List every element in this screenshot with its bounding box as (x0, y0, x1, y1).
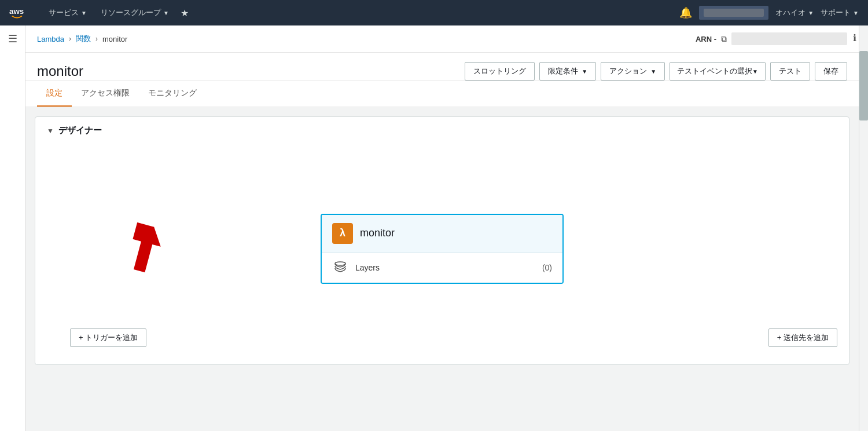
tab-access[interactable]: アクセス権限 (72, 81, 139, 107)
action-button[interactable]: アクション ▼ (601, 62, 665, 81)
test-event-select-label[interactable]: テストイベントの選択 ▼ (670, 63, 765, 80)
svg-text:aws: aws (9, 7, 24, 16)
lambda-function-card[interactable]: λ monitor (321, 214, 564, 284)
breadcrumb-bar: Lambda › 関数 › monitor ARN - ⧉ (25, 25, 859, 53)
add-trigger-container: + トリガーを追加 (70, 328, 146, 347)
breadcrumb-lambda[interactable]: Lambda (37, 35, 64, 43)
tabs-bar: 設定 アクセス権限 モニタリング (25, 81, 859, 107)
breadcrumb-sep-1: › (69, 35, 71, 43)
nav-region[interactable]: オハイオ ▼ (775, 8, 814, 18)
test-event-select[interactable]: テストイベントの選択 ▼ (670, 62, 766, 81)
layers-count: (0) (542, 263, 552, 272)
resource-groups-arrow-icon: ▼ (163, 10, 169, 16)
info-icon[interactable]: ℹ (853, 32, 856, 43)
breadcrumb-sep-2: › (95, 35, 98, 43)
arn-label: ARN - (696, 35, 716, 43)
services-arrow-icon: ▼ (81, 10, 87, 16)
support-arrow-icon: ▼ (853, 10, 859, 16)
arn-value (731, 32, 847, 45)
lambda-function-name: monitor (360, 227, 395, 239)
notification-bell-icon[interactable]: 🔔 (679, 6, 692, 19)
hamburger-icon[interactable]: ☰ (8, 32, 17, 45)
save-button[interactable]: 保存 (815, 62, 847, 81)
red-arrow-icon (122, 222, 168, 275)
designer-canvas: λ monitor (47, 162, 837, 335)
action-arrow-icon: ▼ (650, 68, 656, 75)
breadcrumb-functions[interactable]: 関数 (76, 34, 91, 44)
nav-resource-groups[interactable]: リソースグループ ▼ (98, 8, 171, 18)
layers-icon (332, 260, 348, 276)
panel-body: λ monitor (35, 144, 849, 364)
top-nav: aws サービス ▼ リソースグループ ▼ ★ 🔔 オハイオ ▼ サポート ▼ (0, 0, 868, 25)
aws-logo[interactable]: aws (9, 5, 32, 21)
nav-support[interactable]: サポート ▼ (821, 8, 859, 18)
svg-point-2 (335, 262, 345, 265)
test-button[interactable]: テスト (770, 62, 810, 81)
tab-settings[interactable]: 設定 (37, 81, 72, 107)
throttle-button[interactable]: スロットリング (465, 62, 535, 81)
arn-copy-icon[interactable]: ⧉ (721, 34, 727, 44)
scroll-thumb[interactable] (859, 51, 868, 120)
add-destination-container: + 送信先を追加 (768, 328, 837, 347)
nav-username (699, 6, 768, 20)
layers-label: Layers (355, 263, 535, 272)
qualifier-arrow-icon: ▼ (582, 68, 587, 75)
arn-section: ARN - ⧉ (696, 32, 847, 45)
region-arrow-icon: ▼ (808, 10, 814, 16)
qualifier-button[interactable]: 限定条件 ▼ (539, 62, 596, 81)
panel-title: デザイナー (58, 125, 102, 136)
svg-marker-1 (125, 222, 165, 275)
tab-monitoring[interactable]: モニタリング (139, 81, 206, 107)
sidebar-toggle: ☰ (0, 25, 25, 431)
add-trigger-button[interactable]: + トリガーを追加 (70, 328, 146, 347)
page-header: monitor スロットリング 限定条件 ▼ アクション ▼ テストイベントの選… (25, 53, 859, 81)
add-destination-button[interactable]: + 送信先を追加 (768, 328, 837, 347)
lambda-icon: λ (332, 223, 353, 244)
arrow-indicator (122, 222, 168, 275)
panel-collapse-icon[interactable]: ▼ (47, 127, 54, 135)
breadcrumb-current: monitor (102, 35, 127, 43)
designer-panel: ▼ デザイナー λ monit (35, 116, 849, 365)
test-event-arrow-icon: ▼ (752, 68, 758, 75)
toolbar: スロットリング 限定条件 ▼ アクション ▼ テストイベントの選択 ▼ テスト … (465, 62, 847, 81)
main-content: Lambda › 関数 › monitor ARN - ⧉ monitor スロ… (25, 25, 859, 431)
page-title: monitor (37, 63, 83, 79)
lambda-card-header: λ monitor (322, 215, 562, 253)
nav-favorites-icon[interactable]: ★ (181, 8, 189, 19)
scrollbar[interactable] (859, 25, 868, 431)
panel-header: ▼ デザイナー (35, 117, 849, 144)
breadcrumb: Lambda › 関数 › monitor (37, 34, 127, 44)
nav-services[interactable]: サービス ▼ (46, 8, 89, 18)
lambda-card-layers[interactable]: Layers (0) (322, 253, 562, 283)
